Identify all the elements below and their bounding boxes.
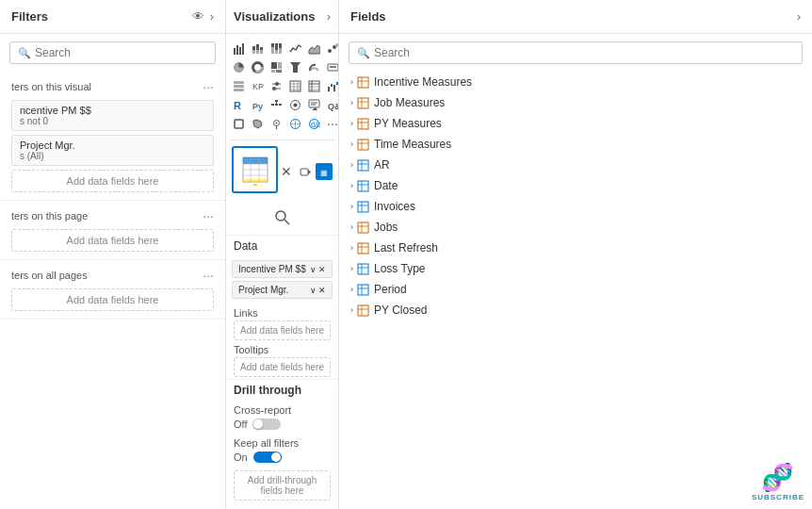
viz-icon-bar[interactable] xyxy=(230,40,247,57)
viz-icon-100pct[interactable] xyxy=(268,40,284,57)
eye-icon[interactable]: 👁 xyxy=(192,9,204,24)
filter-item-projectmgr[interactable]: Project Mgr. s (All) xyxy=(11,135,214,166)
viz-icon-funnel[interactable] xyxy=(286,58,303,75)
svg-rect-50 xyxy=(331,84,333,87)
field-group-period[interactable]: › Period xyxy=(343,279,808,300)
viz-icon-arcgis[interactable]: GIS xyxy=(305,115,322,132)
viz-format-row xyxy=(226,201,338,235)
svg-rect-58 xyxy=(275,104,278,106)
viz-data-label: Data xyxy=(234,239,257,253)
viz-icon-more[interactable]: ··· xyxy=(324,115,339,132)
viz-links-add-btn[interactable]: Add data fields here xyxy=(234,320,331,340)
viz-icon-py[interactable]: Py xyxy=(249,96,266,113)
viz-icon-key-influencers[interactable] xyxy=(286,96,303,113)
field-group-invoices[interactable]: › Invoices xyxy=(343,196,808,217)
filter-item-incentive[interactable]: ncentive PM $$ s not 0 xyxy=(11,100,214,131)
svg-marker-82 xyxy=(308,170,311,174)
svg-rect-13 xyxy=(275,50,278,54)
svg-rect-23 xyxy=(271,62,277,69)
filters-on-all-pages-more[interactable]: ··· xyxy=(203,268,214,283)
field-group-loss-type[interactable]: › Loss Type xyxy=(343,258,808,279)
viz-icon-donut[interactable] xyxy=(249,58,266,75)
fields-search-input[interactable] xyxy=(374,46,794,59)
viz-panel-expand[interactable]: › xyxy=(327,9,331,24)
svg-text:▦: ▦ xyxy=(320,169,328,177)
filters-search-input[interactable] xyxy=(35,46,207,59)
field-table-icon xyxy=(357,263,369,275)
viz-icon-scatter[interactable] xyxy=(324,40,339,57)
viz-field-projectmgr[interactable]: Project Mgr. ∨ ✕ xyxy=(232,281,333,299)
viz-field-incentive[interactable]: Incentive PM $$ ∨ ✕ xyxy=(232,260,333,278)
viz-icon-filled-map[interactable] xyxy=(249,115,266,132)
viz-keep-filters-on-label: On xyxy=(234,452,248,463)
viz-field-incentive-chevron[interactable]: ∨ xyxy=(310,265,317,274)
field-group-py-closed[interactable]: › PY Closed xyxy=(343,300,808,320)
viz-icon-map[interactable] xyxy=(268,115,284,132)
viz-tooltips-add-btn[interactable]: Add date fields here xyxy=(234,357,331,377)
viz-icon-cross[interactable]: ✕ xyxy=(278,163,295,180)
filters-on-visual-more[interactable]: ··· xyxy=(203,79,214,94)
chevron-right-icon[interactable]: › xyxy=(210,9,214,24)
viz-icon-slicer[interactable] xyxy=(268,77,284,94)
viz-icon-treemap[interactable] xyxy=(268,58,284,75)
viz-icon-shape[interactable] xyxy=(230,115,247,132)
viz-field-projectmgr-remove[interactable]: ✕ xyxy=(318,286,326,295)
viz-icon-gauge[interactable] xyxy=(305,58,322,75)
viz-icon-table[interactable] xyxy=(286,77,303,94)
field-table-icon xyxy=(357,201,369,213)
viz-icon-video[interactable] xyxy=(297,163,314,180)
viz-field-incentive-remove[interactable]: ✕ xyxy=(318,265,326,274)
field-group-date[interactable]: › Date xyxy=(343,175,808,196)
viz-icon-line[interactable] xyxy=(286,40,303,57)
add-data-page-btn[interactable]: Add data fields here xyxy=(11,229,214,252)
viz-icon-smart-narrative[interactable] xyxy=(305,96,322,113)
field-name: Date xyxy=(374,179,398,192)
viz-icon-custom1[interactable]: ▦ xyxy=(316,163,333,180)
viz-selected-icon[interactable] xyxy=(232,146,278,193)
fields-panel-expand[interactable]: › xyxy=(797,9,801,24)
viz-keep-filters-toggle[interactable] xyxy=(253,452,282,463)
viz-links-section: Links Add data fields here xyxy=(226,305,338,342)
viz-icon-qa[interactable]: Q&A xyxy=(324,96,339,113)
field-group-job-measures[interactable]: › Job Measures xyxy=(343,92,808,113)
svg-point-69 xyxy=(275,122,277,123)
viz-icon-stacked-bar[interactable] xyxy=(249,40,266,57)
viz-icon-kpi[interactable]: KPI xyxy=(249,77,266,94)
svg-rect-96 xyxy=(358,140,368,150)
filters-on-page-more[interactable]: ··· xyxy=(203,208,214,223)
viz-format-icon[interactable] xyxy=(271,206,294,229)
search-icon: 🔍 xyxy=(18,47,31,59)
field-name: Incentive Measures xyxy=(374,75,472,89)
field-chevron: › xyxy=(350,202,353,211)
viz-icon-area[interactable] xyxy=(305,40,322,57)
filters-on-page-label: ters on this page xyxy=(11,210,88,222)
field-group-last-refresh[interactable]: › Last Refresh xyxy=(343,238,808,258)
viz-icon-r[interactable]: R xyxy=(230,96,247,113)
viz-drill-add-btn[interactable]: Add drill-through fields here xyxy=(234,470,331,501)
field-group-jobs[interactable]: › Jobs xyxy=(343,217,808,238)
add-data-all-pages-btn[interactable]: Add data fields here xyxy=(11,288,214,311)
svg-rect-55 xyxy=(275,100,278,102)
viz-icon-card[interactable] xyxy=(324,58,339,75)
viz-icon-matrix[interactable] xyxy=(305,77,322,94)
viz-icon-multirow[interactable] xyxy=(230,77,247,94)
field-table-icon xyxy=(357,284,369,296)
add-data-visual-btn[interactable]: Add data fields here xyxy=(11,170,214,192)
viz-icon-azure-map[interactable] xyxy=(286,115,303,132)
field-group-py-measures[interactable]: › PY Measures xyxy=(343,113,808,134)
svg-rect-15 xyxy=(279,48,282,54)
svg-rect-0 xyxy=(234,48,235,55)
svg-rect-6 xyxy=(256,44,259,50)
viz-icons-grid: KPI R Py Q&A xyxy=(226,34,338,138)
viz-icon-pie[interactable] xyxy=(230,58,247,75)
field-group-ar[interactable]: › AR xyxy=(343,155,808,175)
field-group-time-measures[interactable]: › Time Measures xyxy=(343,134,808,155)
field-group-incentive-measures[interactable]: › Incentive Measures xyxy=(343,72,808,92)
viz-icon-decomp[interactable] xyxy=(268,96,284,113)
viz-panel-header: Visualizations › xyxy=(226,0,338,34)
viz-field-projectmgr-chevron[interactable]: ∨ xyxy=(310,286,317,295)
svg-point-35 xyxy=(275,82,279,86)
viz-icon-waterfall[interactable] xyxy=(324,77,339,94)
viz-cross-report-toggle[interactable] xyxy=(252,419,281,430)
svg-rect-44 xyxy=(309,81,319,91)
